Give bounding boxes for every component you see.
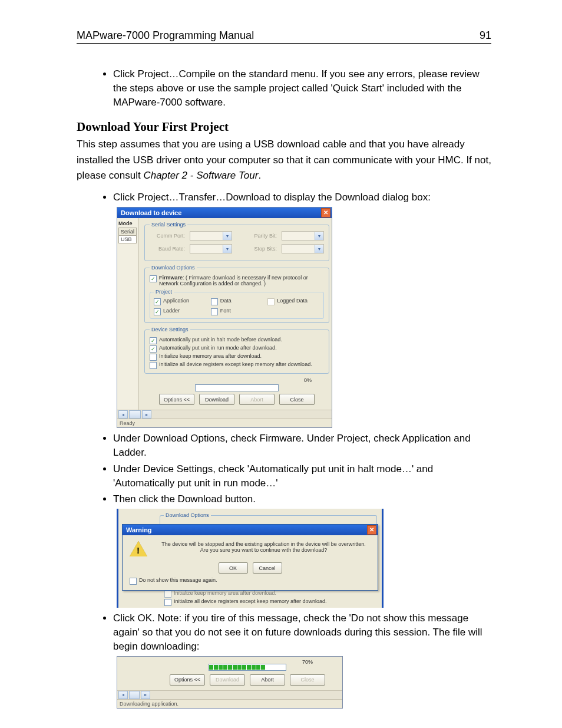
serial-legend: Serial Settings (150, 222, 187, 228)
abort-button-2[interactable]: Abort (250, 674, 285, 686)
intro-bullet: Click Project…Compile on the standard me… (113, 67, 491, 109)
progress-bar (195, 384, 279, 391)
comm-port-label: Comm Port: (150, 233, 185, 239)
options-button-2[interactable]: Options << (170, 674, 205, 686)
under2-checkbox[interactable]: ✓ (164, 599, 171, 606)
firmware-row[interactable]: ✓ Firmware: ( Firmware download is neces… (150, 275, 324, 286)
application-checkbox[interactable]: ✓ (154, 298, 161, 305)
intro-bullet-list: Click Project…Compile on the standard me… (77, 67, 491, 109)
parity-label: Parity Bit: (242, 233, 277, 239)
project-legend: Project (154, 289, 174, 295)
dlopt-legend: Download Options (150, 265, 197, 271)
devset-legend: Device Settings (150, 327, 190, 332)
download-options-group: Download Options ✓ Firmware: ( Firmware … (144, 265, 329, 323)
b3-2: Then click the Download button. (113, 492, 491, 506)
halt-row[interactable]: ✓Automatically put unit in halt mode bef… (150, 337, 324, 344)
b3-0: Under Download Options, check Firmware. … (113, 431, 491, 460)
section-heading: Download Your First Project (77, 120, 491, 134)
dontshow-row[interactable]: ✓ Do not show this message again. (130, 577, 371, 585)
h-scrollbar-2[interactable]: ◂ ▸ (117, 690, 342, 699)
baud-label: Baud Rate: (150, 246, 185, 252)
serial-settings-group: Serial Settings Comm Port: ▾ Parity Bit:… (144, 222, 329, 261)
dialog-title: Download to device (121, 209, 181, 216)
project-group: Project ✓Application ✓Data ✓Logged Data … (150, 289, 324, 319)
firmware-checkbox[interactable]: ✓ (150, 275, 157, 282)
intro-paragraph: This step assumes that you are using a U… (77, 137, 491, 183)
chevron-down-icon: ▾ (315, 232, 323, 240)
under2-row[interactable]: ✓Initialize all device registers except … (164, 598, 376, 606)
mode-column: Mode Serial USB (117, 218, 138, 410)
ladder-row[interactable]: ✓Ladder (154, 308, 206, 315)
warning-title: Warning (126, 526, 152, 533)
mode-header: Mode (118, 220, 137, 226)
scroll-left-icon[interactable]: ◂ (118, 410, 128, 419)
b3-1: Under Device Settings, check 'Automatica… (113, 462, 491, 490)
scroll-thumb[interactable] (129, 410, 141, 419)
warning-dialog: Warning ✕ ! The device will be stopped a… (122, 524, 378, 591)
progress-70pct: 70% (302, 659, 313, 665)
progress-area: 0% (144, 377, 329, 391)
abort-button: Abort (239, 394, 275, 405)
dlopt-legend-2: Download Options (164, 512, 211, 518)
halt-checkbox[interactable]: ✓ (150, 337, 157, 344)
page-number: 91 (480, 29, 491, 42)
stop-dropdown[interactable]: ▾ (282, 244, 324, 253)
warning-text: The device will be stopped and the exist… (157, 541, 371, 553)
download-button-2: Download (210, 674, 245, 686)
font-row[interactable]: ✓Font (211, 308, 263, 315)
stop-label: Stop Bits: (242, 246, 277, 252)
warning-icon: ! (130, 541, 146, 556)
progress-percent: 0% (144, 377, 329, 383)
ladder-checkbox[interactable]: ✓ (154, 308, 161, 315)
logged-checkbox: ✓ (267, 298, 275, 305)
close-button[interactable]: Close (279, 394, 315, 405)
dontshow-checkbox[interactable]: ✓ (130, 578, 137, 585)
warning-screenshot: Download Options Warning ✕ ! The device … (117, 509, 384, 608)
parity-dropdown[interactable]: ▾ (282, 231, 324, 241)
scroll-left-icon[interactable]: ◂ (118, 691, 128, 699)
bullets-3: Under Download Options, check Firmware. … (77, 431, 491, 506)
data-row[interactable]: ✓Data (211, 298, 263, 305)
font-checkbox[interactable]: ✓ (211, 308, 218, 315)
b2-0: Click Project…Transfer…Download to displ… (113, 190, 491, 205)
initall-row[interactable]: ✓Initialize all device registers except … (150, 361, 324, 369)
initkeep-checkbox[interactable]: ✓ (150, 354, 157, 361)
close-icon[interactable]: ✕ (321, 208, 330, 218)
ok-button[interactable]: OK (219, 562, 248, 574)
mode-tab-usb[interactable]: USB (118, 235, 137, 243)
dialog-titlebar[interactable]: Download to device ✕ (117, 207, 332, 218)
close-button-2: Close (290, 674, 325, 686)
chevron-down-icon: ▾ (223, 232, 232, 240)
under1-checkbox: ✓ (164, 591, 171, 598)
scroll-thumb[interactable] (129, 691, 140, 699)
bullets-2: Click Project…Transfer…Download to displ… (77, 190, 491, 205)
warning-titlebar[interactable]: Warning ✕ (123, 525, 378, 535)
under1-row: ✓Initialize keep memory area after downl… (164, 590, 376, 598)
comm-port-dropdown[interactable]: ▾ (190, 231, 232, 241)
status-bar-2: Downloading application. (117, 699, 342, 708)
cancel-button[interactable]: Cancel (253, 562, 282, 574)
application-row[interactable]: ✓Application (154, 298, 206, 305)
initkeep-row[interactable]: ✓Initialize keep memory area after downl… (150, 353, 324, 361)
scroll-right-icon[interactable]: ▸ (141, 691, 150, 699)
device-settings-group: Device Settings ✓Automatically put unit … (144, 327, 329, 374)
options-button[interactable]: Options << (159, 394, 194, 405)
chevron-down-icon: ▾ (223, 245, 232, 253)
data-checkbox[interactable]: ✓ (211, 298, 218, 305)
chevron-down-icon: ▾ (315, 245, 323, 253)
h-scrollbar[interactable]: ◂ ▸ (117, 410, 332, 419)
close-icon[interactable]: ✕ (367, 525, 376, 535)
progress-screenshot: 70% Options << Download Abort Close ◂ ▸ … (117, 656, 343, 709)
scroll-right-icon[interactable]: ▸ (142, 410, 151, 419)
page-header: MAPware-7000 Programming Manual 91 (77, 29, 491, 44)
baud-dropdown[interactable]: ▾ (190, 244, 232, 253)
bullets-4: Click OK. Note: if you tire of this mess… (77, 611, 491, 653)
run-checkbox[interactable]: ✓ (150, 345, 157, 353)
b4-0: Click OK. Note: if you tire of this mess… (113, 611, 491, 653)
initall-checkbox[interactable]: ✓ (150, 362, 157, 369)
download-dialog: Download to device ✕ Mode Serial USB Ser… (117, 207, 332, 428)
progress-bar-70 (209, 664, 286, 671)
mode-tab-serial[interactable]: Serial (118, 228, 137, 236)
run-row[interactable]: ✓Automatically put unit in run mode afte… (150, 345, 324, 353)
download-button[interactable]: Download (199, 394, 234, 405)
